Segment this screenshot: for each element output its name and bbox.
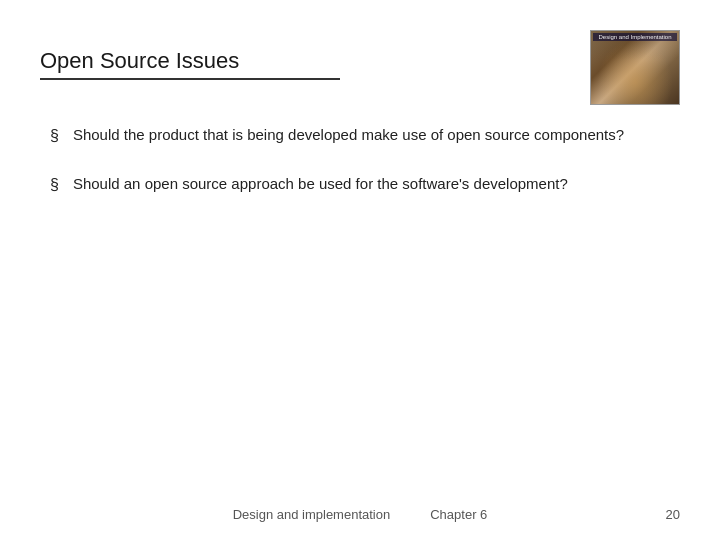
title-block: Open Source Issues [40,30,340,80]
header-area: Open Source Issues Design and Implementa… [40,30,680,105]
bullet-text-2: Should an open source approach be used f… [73,172,568,195]
bullet-symbol-2: § [50,173,59,197]
bullet-item-2: § Should an open source approach be used… [50,172,680,197]
bullet-item-1: § Should the product that is being devel… [50,123,680,148]
footer-left-text: Design and implementation [233,507,391,522]
bullet-symbol-1: § [50,124,59,148]
footer-chapter-label: Chapter 6 [430,507,487,522]
slide-container: Open Source Issues Design and Implementa… [0,0,720,540]
bullet-text-1: Should the product that is being develop… [73,123,624,146]
footer: Design and implementation Chapter 6 [0,507,720,522]
content-area: § Should the product that is being devel… [40,123,680,197]
thumbnail-image: Design and Implementation [590,30,680,105]
slide-title: Open Source Issues [40,48,340,80]
thumbnail-label: Design and Implementation [593,33,677,41]
page-number: 20 [666,507,680,522]
footer-page-number: 20 [666,507,680,522]
